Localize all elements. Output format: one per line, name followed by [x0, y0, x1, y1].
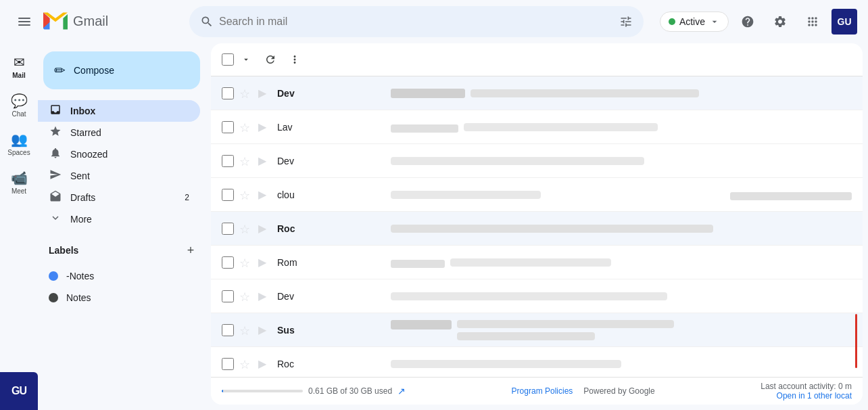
- help-button[interactable]: [734, 8, 761, 35]
- more-label: More: [70, 214, 189, 225]
- spaces-label: Spaces: [7, 149, 30, 156]
- compose-button[interactable]: ✏ Compose: [43, 51, 200, 89]
- table-row[interactable]: ☆ ▶ Lav: [211, 110, 863, 144]
- nav-item-drafts[interactable]: Drafts 2: [38, 187, 200, 208]
- email-list: ☆ ▶ Dev ☆ ▶ Lav: [211, 76, 863, 377]
- more-icon: [49, 212, 62, 227]
- apps-button[interactable]: [799, 8, 826, 35]
- table-row[interactable]: ☆ ▶ Roc: [211, 347, 863, 377]
- sidebar-item-chat[interactable]: 💬 Chat: [1, 87, 37, 123]
- row-checkbox[interactable]: [222, 358, 234, 370]
- star-icon[interactable]: ☆: [239, 357, 253, 371]
- add-label-button[interactable]: +: [181, 241, 200, 260]
- scroll-indicator: [855, 314, 857, 368]
- nav-item-inbox[interactable]: Inbox: [38, 100, 200, 122]
- program-policies-link[interactable]: Program Policies: [512, 386, 573, 396]
- status-dot: [669, 18, 675, 25]
- email-content-area: ☆ ▶ Dev ☆ ▶ Lav: [211, 43, 863, 405]
- row-checkbox[interactable]: [222, 324, 234, 336]
- storage-bar: [222, 390, 303, 392]
- sidebar-item-meet[interactable]: 📹 Meet: [1, 164, 37, 200]
- row-checkbox[interactable]: [222, 87, 234, 99]
- storage-link-icon[interactable]: ↗: [397, 386, 406, 396]
- select-dropdown-button[interactable]: [235, 49, 257, 70]
- gmail-text: Gmail: [73, 14, 108, 29]
- settings-button[interactable]: [767, 8, 794, 35]
- open-other-location[interactable]: Open in 1 other locat: [761, 391, 852, 401]
- refresh-button[interactable]: [260, 49, 281, 70]
- more-options-button[interactable]: [284, 49, 306, 70]
- sidebar-item-mail[interactable]: ✉ Mail: [1, 49, 37, 85]
- row-checkbox[interactable]: [222, 155, 234, 167]
- label-name-notes-blue: -Notes: [66, 271, 94, 281]
- star-icon[interactable]: ☆: [239, 256, 253, 269]
- hamburger-menu-button[interactable]: [11, 8, 38, 35]
- star-icon[interactable]: ☆: [239, 323, 253, 337]
- label-item-notes-dark[interactable]: Notes: [38, 287, 200, 309]
- chevron-down-icon: [709, 16, 720, 27]
- important-icon[interactable]: ▶: [258, 357, 272, 370]
- table-row[interactable]: ☆ ▶ Dev: [211, 279, 863, 313]
- star-icon[interactable]: ☆: [239, 120, 253, 134]
- search-filter-icon[interactable]: [619, 15, 633, 28]
- star-icon[interactable]: ☆: [239, 222, 253, 235]
- topbar-left: Gmail: [11, 8, 173, 35]
- important-icon[interactable]: ▶: [258, 188, 272, 201]
- select-all-checkbox[interactable]: [222, 53, 234, 66]
- status-text: Active: [679, 16, 705, 27]
- important-icon[interactable]: ▶: [258, 222, 272, 235]
- search-input[interactable]: [219, 16, 614, 28]
- label-dot-dark: [49, 293, 58, 302]
- meet-label: Meet: [11, 187, 26, 195]
- topbar-right: Active GU: [660, 8, 857, 35]
- chat-icon: 💬: [11, 93, 28, 109]
- table-row[interactable]: ☆ ▶ clou: [211, 178, 863, 212]
- important-icon[interactable]: ▶: [258, 323, 272, 336]
- important-icon[interactable]: ▶: [258, 120, 272, 133]
- sent-label: Sent: [70, 170, 189, 181]
- important-icon[interactable]: ▶: [258, 290, 272, 302]
- table-row[interactable]: ☆ ▶ Dev: [211, 76, 863, 110]
- nav-item-sent[interactable]: Sent: [38, 165, 200, 187]
- star-icon[interactable]: ☆: [239, 290, 253, 303]
- label-item-notes-blue[interactable]: -Notes: [38, 265, 200, 287]
- important-icon[interactable]: ▶: [258, 154, 272, 167]
- user-avatar[interactable]: GU: [831, 9, 857, 35]
- storage-fill: [222, 390, 223, 392]
- inbox-icon: [49, 104, 62, 119]
- row-checkbox[interactable]: [222, 290, 234, 302]
- svg-rect-0: [18, 18, 30, 19]
- table-row[interactable]: ☆ ▶ Roc: [211, 212, 863, 246]
- table-row[interactable]: ☆ ▶ Rom: [211, 246, 863, 279]
- table-row[interactable]: ☆ ▶ Dev: [211, 144, 863, 178]
- row-checkbox[interactable]: [222, 121, 234, 133]
- footer: 0.61 GB of 30 GB used ↗ Program Policies…: [211, 377, 863, 405]
- row-checkbox[interactable]: [222, 223, 234, 235]
- svg-rect-1: [18, 21, 30, 22]
- sent-icon: [49, 168, 62, 184]
- content-toolbar: [211, 43, 863, 76]
- star-icon[interactable]: ☆: [239, 188, 253, 202]
- nav-item-snoozed[interactable]: Snoozed: [38, 143, 200, 165]
- compose-icon: ✏: [54, 62, 66, 78]
- sidebar-item-spaces[interactable]: 👥 Spaces: [1, 126, 37, 162]
- topbar: Gmail Active GU: [0, 0, 868, 43]
- chat-label: Chat: [11, 110, 26, 118]
- mini-sidebar: ✉ Mail 💬 Chat 👥 Spaces 📹 Meet: [0, 43, 38, 410]
- compose-label: Compose: [74, 65, 114, 76]
- star-icon[interactable]: ☆: [239, 154, 253, 168]
- star-icon[interactable]: ☆: [239, 87, 253, 100]
- important-icon[interactable]: ▶: [258, 256, 272, 269]
- row-checkbox[interactable]: [222, 189, 234, 201]
- status-badge[interactable]: Active: [660, 12, 729, 32]
- nav-item-more[interactable]: More: [38, 208, 200, 230]
- table-row[interactable]: ☆ ▶ Sus: [211, 313, 863, 347]
- inbox-label: Inbox: [70, 106, 189, 116]
- main-layout: ✉ Mail 💬 Chat 👥 Spaces 📹 Meet ✏ Compose …: [0, 43, 868, 410]
- meet-icon: 📹: [11, 170, 28, 186]
- important-icon[interactable]: ▶: [258, 87, 272, 99]
- nav-item-starred[interactable]: Starred: [38, 122, 200, 143]
- mail-icon: ✉: [14, 54, 25, 70]
- row-checkbox[interactable]: [222, 256, 234, 269]
- search-bar[interactable]: [189, 6, 644, 37]
